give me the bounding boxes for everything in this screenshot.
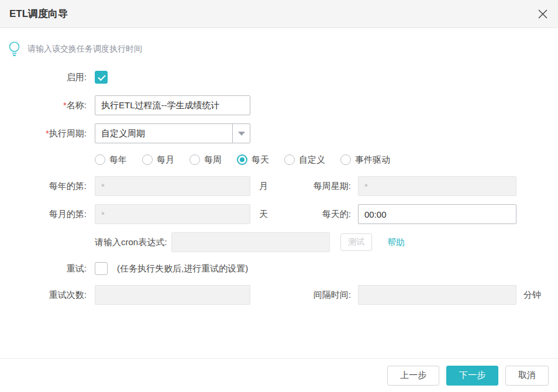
- radio-icon[interactable]: [95, 154, 105, 165]
- radio-icon[interactable]: [284, 154, 295, 165]
- enable-label: 启用:: [0, 72, 95, 83]
- month-day-suffix: 天: [250, 209, 280, 220]
- name-row: *名称:: [0, 95, 558, 115]
- daily-time-label: 每天的:: [280, 209, 358, 220]
- cron-row: 请输入cron表达式: 测试 帮助: [0, 232, 558, 252]
- retry-count-interval-row: 重试次数: 间隔时间: 分钟: [0, 285, 558, 305]
- interval-input[interactable]: [358, 285, 516, 305]
- retry-note: (任务执行失败后,进行重试的设置): [117, 263, 248, 274]
- month-time-row: 每月的第: 天 每天的:: [0, 204, 558, 224]
- radio-yearly[interactable]: 每年: [95, 154, 127, 166]
- retry-label: 重试:: [0, 263, 95, 274]
- tip-row: 请输入该交换任务调度执行时间: [0, 28, 558, 57]
- cancel-button[interactable]: 取消: [505, 366, 549, 386]
- daily-time-input[interactable]: [358, 204, 516, 224]
- year-day-suffix: 月: [250, 181, 280, 192]
- interval-label: 间隔时间:: [280, 290, 358, 301]
- lightbulb-icon: [8, 41, 20, 57]
- period-row: *执行周期: 自定义周期: [0, 123, 558, 143]
- enable-checkbox[interactable]: [95, 71, 108, 84]
- year-day-input[interactable]: [95, 176, 250, 196]
- frequency-radio-group: 每年 每月 每周 每天 自定义 事件驱动: [95, 154, 390, 166]
- year-week-row: 每年的第: 月 每周星期:: [0, 176, 558, 196]
- cron-label: 请输入cron表达式:: [95, 237, 167, 248]
- period-select-arrow-button[interactable]: [232, 124, 250, 143]
- name-label: *名称:: [0, 100, 95, 111]
- radio-monthly[interactable]: 每月: [142, 154, 174, 166]
- radio-icon[interactable]: [190, 154, 200, 165]
- cron-help-link[interactable]: 帮助: [387, 237, 405, 248]
- radio-icon[interactable]: [142, 154, 153, 165]
- retry-count-input[interactable]: [95, 285, 250, 305]
- tip-text: 请输入该交换任务调度执行时间: [27, 44, 142, 54]
- radio-weekly[interactable]: 每周: [190, 154, 222, 166]
- period-select-value: 自定义周期: [95, 124, 232, 143]
- period-label: *执行周期:: [0, 128, 95, 139]
- radio-event-driven[interactable]: 事件驱动: [340, 154, 390, 166]
- year-day-label: 每年的第:: [0, 181, 95, 192]
- frequency-row: 每年 每月 每周 每天 自定义 事件驱动: [0, 152, 558, 168]
- schedule-form: 启用: *名称: *执行周期: 自定义周期 每年 每月: [0, 57, 558, 305]
- radio-icon[interactable]: [340, 154, 351, 165]
- prev-step-button[interactable]: 上一步: [387, 366, 439, 386]
- retry-checkbox[interactable]: [95, 262, 108, 275]
- retry-row: 重试: (任务执行失败后,进行重试的设置): [0, 260, 558, 277]
- cron-input[interactable]: [171, 232, 330, 252]
- radio-custom[interactable]: 自定义: [284, 154, 325, 166]
- dialog-header: ETL调度向导: [0, 0, 558, 28]
- next-step-button[interactable]: 下一步: [446, 366, 498, 386]
- dialog-title: ETL调度向导: [9, 7, 68, 20]
- radio-daily[interactable]: 每天: [237, 154, 269, 166]
- dialog-footer: 上一步 下一步 取消: [0, 358, 558, 392]
- radio-icon-selected[interactable]: [237, 154, 247, 165]
- cron-test-button[interactable]: 测试: [340, 233, 372, 251]
- period-select[interactable]: 自定义周期: [95, 123, 250, 143]
- name-input[interactable]: [95, 95, 250, 115]
- chevron-down-icon: [238, 132, 245, 136]
- enable-row: 启用:: [0, 67, 558, 87]
- month-day-label: 每月的第:: [0, 209, 95, 220]
- close-icon[interactable]: [537, 8, 549, 20]
- interval-suffix: 分钟: [516, 290, 541, 301]
- retry-count-label: 重试次数:: [0, 290, 95, 301]
- week-day-label: 每周星期:: [280, 181, 358, 192]
- month-day-input[interactable]: [95, 204, 250, 224]
- week-day-input[interactable]: [358, 176, 516, 196]
